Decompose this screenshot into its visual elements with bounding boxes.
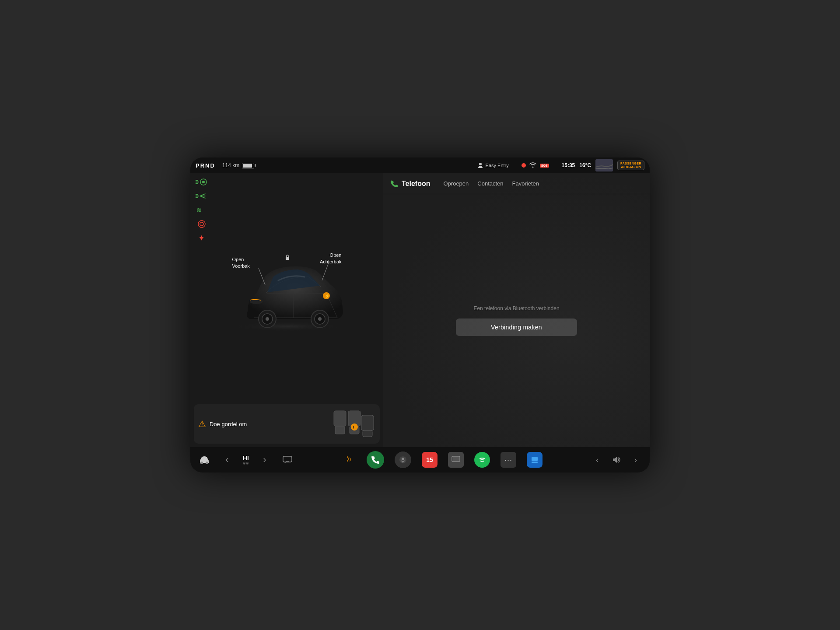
temp-value: HI xyxy=(243,455,249,462)
map-thumbnail[interactable] xyxy=(595,159,613,172)
phone-title-group: Telefoon xyxy=(390,180,430,188)
svg-point-40 xyxy=(402,458,404,460)
svg-point-25 xyxy=(318,317,322,321)
top-bar-right: Easy Entry SOS 15:35 16°C xyxy=(477,159,644,172)
svg-rect-28 xyxy=(334,411,346,426)
top-bar: PRND 114 km Easy Entry xyxy=(190,158,650,173)
warning-panel: ⚠ Doe gordel om ! xyxy=(194,404,380,444)
dots-label: ··· xyxy=(504,455,512,465)
temp-display: 16°C xyxy=(579,162,591,168)
battery-info: 114 km xyxy=(222,162,254,168)
battery-fill xyxy=(243,164,252,168)
car-view: Open Voorbak Open Achterbak xyxy=(190,173,383,401)
svg-rect-32 xyxy=(361,415,374,430)
svg-rect-46 xyxy=(532,457,538,461)
sos-badge: SOS xyxy=(540,164,549,168)
right-arrow-icon[interactable]: › xyxy=(258,453,272,467)
passenger-airbag-badge: PASSENGER AIRBAG ON xyxy=(617,161,644,170)
lock-icon xyxy=(284,254,290,262)
connect-button[interactable]: Verbinding maken xyxy=(456,318,577,336)
svg-rect-33 xyxy=(363,430,372,437)
taskbar-left: ‹ HI ≋≋ › xyxy=(197,453,294,467)
easy-entry-display: Easy Entry xyxy=(477,162,509,168)
svg-rect-38 xyxy=(283,456,292,462)
phone-call-icon[interactable] xyxy=(367,451,384,469)
warning-icon: ⚠ xyxy=(198,419,206,429)
left-nav-icon[interactable]: ‹ xyxy=(590,453,604,467)
spotify-icon[interactable] xyxy=(474,452,490,468)
temp-control[interactable]: HI ≋≋ xyxy=(243,455,249,466)
easy-entry-label: Easy Entry xyxy=(486,163,509,168)
screen-bezel: PRND 114 km Easy Entry xyxy=(190,158,650,472)
bluetooth-message: Een telefoon via Bluetooth verbinden xyxy=(473,305,559,312)
airbag-line2: AIRBAG ON xyxy=(621,165,641,169)
rec-dot xyxy=(522,163,526,168)
voice-icon[interactable] xyxy=(395,452,411,468)
taskbar-right: ‹ › xyxy=(590,453,643,467)
more-icon[interactable]: ··· xyxy=(500,452,516,468)
nav-contacten[interactable]: Contacten xyxy=(477,180,503,187)
tesla-app-icon[interactable] xyxy=(527,452,542,468)
phone-title-text: Telefoon xyxy=(402,180,430,188)
prnd-display: PRND xyxy=(196,162,215,169)
heat-seats-icon[interactable] xyxy=(342,453,356,467)
calendar-icon[interactable]: 15 xyxy=(422,452,438,468)
wifi-icon xyxy=(529,162,536,169)
svg-rect-47 xyxy=(532,462,538,463)
screen-content: PRND 114 km Easy Entry xyxy=(190,158,650,472)
svg-text:!: ! xyxy=(353,425,354,430)
cards-icon[interactable] xyxy=(448,452,464,468)
right-nav-icon[interactable]: › xyxy=(629,453,643,467)
svg-rect-15 xyxy=(286,257,289,260)
warning-text: Doe gordel om xyxy=(210,421,247,427)
svg-point-22 xyxy=(266,317,269,321)
svg-point-37 xyxy=(206,462,208,464)
range-value: 114 km xyxy=(222,162,239,168)
nav-favorieten[interactable]: Favorieten xyxy=(512,180,539,187)
svg-point-0 xyxy=(479,163,482,165)
calendar-date: 15 xyxy=(426,456,433,463)
seat-illustration: ! xyxy=(332,409,375,439)
phone-nav: Oproepen Contacten Favorieten xyxy=(443,180,539,187)
svg-text:⚡: ⚡ xyxy=(325,293,330,299)
chat-icon[interactable] xyxy=(280,453,294,467)
svg-point-36 xyxy=(200,462,203,464)
svg-rect-43 xyxy=(453,457,459,461)
volume-icon[interactable] xyxy=(609,453,623,467)
label-voorbak[interactable]: Open Voorbak xyxy=(232,256,250,270)
airbag-line1: PASSENGER xyxy=(620,162,641,165)
phone-icon xyxy=(390,180,398,188)
nav-oproepen[interactable]: Oproepen xyxy=(443,180,469,187)
car-taskbar-icon[interactable] xyxy=(197,453,211,467)
top-bar-left: PRND 114 km xyxy=(196,162,254,169)
time-display: 15:35 xyxy=(562,162,575,168)
left-panel: ≋ ! ✦ xyxy=(190,173,383,447)
phone-body: Een telefoon via Bluetooth verbinden Ver… xyxy=(383,194,650,447)
svg-point-34 xyxy=(351,424,358,430)
svg-rect-29 xyxy=(335,426,345,434)
taskbar-center: 15 xyxy=(342,451,542,469)
status-icons: SOS xyxy=(522,162,549,169)
main-area: ≋ ! ✦ xyxy=(190,173,650,447)
person-icon xyxy=(477,162,483,168)
battery-icon xyxy=(242,163,254,168)
right-panel: Telefoon Oproepen Contacten Favorieten E… xyxy=(383,173,650,447)
phone-header: Telefoon Oproepen Contacten Favorieten xyxy=(383,173,650,194)
label-achterbak[interactable]: Open Achterbak xyxy=(320,252,342,266)
left-arrow-icon[interactable]: ‹ xyxy=(220,453,234,467)
taskbar: ‹ HI ≋≋ › xyxy=(190,447,650,472)
